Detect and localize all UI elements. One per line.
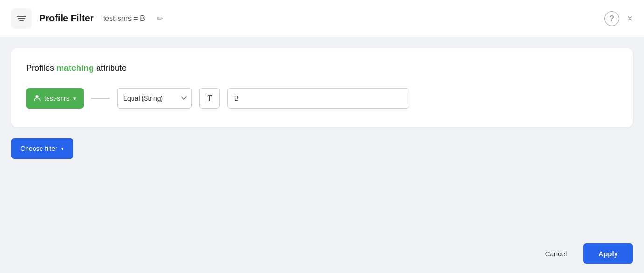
cancel-label: Cancel bbox=[545, 250, 567, 258]
type-icon: T bbox=[207, 94, 212, 103]
value-input[interactable] bbox=[227, 88, 409, 109]
apply-button[interactable]: Apply bbox=[583, 243, 633, 264]
header: Profile Filter test-snrs = B ✏ ? × bbox=[0, 0, 644, 37]
help-icon: ? bbox=[609, 14, 614, 23]
attribute-chevron-icon: ▾ bbox=[73, 96, 76, 102]
attribute-button[interactable]: test-snrs ▾ bbox=[26, 88, 84, 109]
attribute-label: test-snrs bbox=[44, 95, 70, 102]
filter-subtitle: test-snrs = B bbox=[103, 14, 145, 23]
type-icon-button[interactable]: T bbox=[199, 88, 220, 109]
filter-row: test-snrs ▾ Equal (String) Not Equal (St… bbox=[26, 88, 618, 109]
footer: Cancel Apply bbox=[0, 234, 644, 273]
user-icon bbox=[34, 94, 41, 102]
filter-description: Profiles matching attribute bbox=[26, 63, 618, 73]
help-button[interactable]: ? bbox=[604, 11, 619, 26]
header-actions: ? × bbox=[604, 11, 633, 26]
filter-icon bbox=[17, 15, 26, 22]
choose-filter-label: Choose filter bbox=[21, 145, 57, 152]
description-matching: matching bbox=[56, 63, 94, 73]
edit-icon: ✏ bbox=[157, 14, 163, 23]
close-icon: × bbox=[627, 13, 633, 24]
filter-card: Profiles matching attribute test-snrs ▾ … bbox=[11, 48, 633, 127]
close-button[interactable]: × bbox=[627, 14, 633, 24]
choose-filter-chevron-icon: ▾ bbox=[61, 146, 64, 152]
page-title: Profile Filter bbox=[39, 13, 94, 24]
svg-point-3 bbox=[36, 95, 39, 98]
edit-button[interactable]: ✏ bbox=[153, 11, 168, 26]
description-suffix: attribute bbox=[96, 63, 126, 73]
apply-label: Apply bbox=[598, 250, 618, 258]
main-content: Profiles matching attribute test-snrs ▾ … bbox=[0, 37, 644, 234]
choose-filter-button[interactable]: Choose filter ▾ bbox=[11, 138, 73, 159]
filter-icon-button[interactable] bbox=[11, 8, 32, 29]
description-prefix: Profiles bbox=[26, 63, 56, 73]
connector-line bbox=[91, 98, 110, 99]
cancel-button[interactable]: Cancel bbox=[536, 243, 576, 264]
operator-select[interactable]: Equal (String) Not Equal (String) Contai… bbox=[117, 88, 192, 109]
